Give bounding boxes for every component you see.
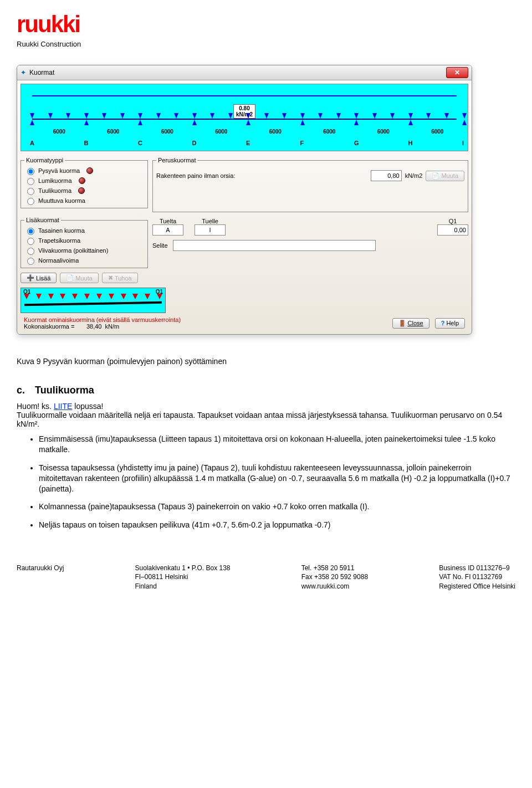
paino-change-button[interactable]: 📄 Muuta: [426, 171, 464, 181]
bullet-icon: [86, 167, 93, 174]
radio-tuuli[interactable]: [27, 188, 34, 195]
label-viiva: Viivakuorma (poikittainen): [38, 247, 108, 254]
q1-label: Q1: [449, 218, 457, 224]
label-tuuli: Tuulikuorma: [38, 187, 71, 194]
radio-normaali[interactable]: [27, 258, 34, 265]
footer-col2: Suolakivenkatu 1 • P.O. Box 138FI–00811 …: [135, 564, 230, 591]
company-sub: Ruukki Construction: [17, 40, 515, 48]
label-trapetsi: Trapetsikuorma: [38, 237, 80, 244]
muuta-button[interactable]: 📄 Muuta: [60, 273, 99, 283]
paino-input[interactable]: [371, 170, 402, 181]
bullet-3: Kolmannessa (paine)tapauksessa (Tapaus 3…: [39, 502, 515, 512]
label-pysyva: Pysyvä kuorma: [38, 167, 80, 174]
bullet-4: Neljäs tapaus on toisen tapauksen peilik…: [39, 520, 515, 530]
page-footer: Rautaruukki Oyj Suolakivenkatu 1 • P.O. …: [17, 564, 515, 591]
dialog-icon: ✦: [21, 69, 26, 76]
section-heading: c. Tuulikuorma: [17, 385, 515, 396]
kuormatyyppi-legend: Kuormatyyppi: [24, 157, 65, 163]
label-lumi: Lumikuorma: [38, 177, 72, 184]
total-label: Kokonaiskuorma =: [24, 323, 74, 330]
lisakuormat-legend: Lisäkuormat: [24, 217, 61, 223]
load-value-label: 0.80kN/m2: [233, 104, 255, 119]
radio-tasainen[interactable]: [27, 228, 34, 235]
lisaa-button[interactable]: ➕ Lisää: [21, 273, 57, 283]
q1-input[interactable]: [437, 224, 468, 236]
total-unit: kN/m: [105, 323, 120, 330]
tuhoa-button[interactable]: ✖ Tuhoa: [102, 273, 138, 283]
logo: ruukki: [17, 11, 515, 38]
selite-input[interactable]: [173, 240, 376, 251]
footer-col4: Business ID 0113276–9VAT No. FI 01132769…: [439, 564, 515, 591]
intro-para: Huom! ks. LIITE lopussa! Tuulikuormalle …: [17, 402, 515, 428]
radio-pysyva[interactable]: [27, 168, 34, 175]
peruskuormat-group: Peruskuormat Rakenteen paino ilman orsia…: [152, 157, 468, 212]
liite-link[interactable]: LIITE: [54, 402, 72, 411]
radio-muuttuva[interactable]: [27, 198, 34, 205]
close-icon[interactable]: ✕: [446, 67, 468, 78]
kuormat-note: Kuormat ominaiskuormina (eivät sisällä v…: [24, 316, 181, 323]
tuelta-input[interactable]: [152, 224, 183, 236]
radio-viiva[interactable]: [27, 248, 34, 255]
label-normaali: Normaalivoima: [38, 257, 79, 264]
dialog-title: Kuormat: [29, 69, 54, 76]
lisakuormat-group: Lisäkuormat Tasainen kuorma Trapetsikuor…: [21, 217, 148, 268]
radio-trapetsi[interactable]: [27, 238, 34, 245]
load-diagram: 0.80kN/m2 // placeholder - arrows/labels…: [21, 84, 468, 151]
bullet-icon: [79, 177, 85, 184]
tuelle-input[interactable]: [195, 224, 226, 236]
figure-caption: Kuva 9 Pysyvän kuorman (poimulevyjen pai…: [17, 357, 515, 366]
bullet-2: Toisessa tapauksessa (yhdistetty imu ja …: [39, 463, 515, 494]
bullet-1: Ensimmäisessä (imu)tapauksessa (Liitteen…: [39, 434, 515, 455]
footer-col1: Rautaruukki Oyj: [17, 564, 64, 591]
tuelta-label: Tuelta: [160, 218, 176, 224]
close-button[interactable]: 🚪 Close: [392, 318, 429, 329]
total-value: 38,40: [76, 323, 101, 330]
bullet-icon: [78, 187, 85, 194]
peruskuormat-legend: Peruskuormat: [156, 157, 197, 163]
label-muuttuva: Muuttuva kuorma: [38, 197, 85, 204]
bullet-list: Ensimmäisessä (imu)tapauksessa (Liitteen…: [17, 434, 515, 530]
titlebar: ✦ Kuormat ✕: [17, 65, 472, 80]
kuormatyyppi-group: Kuormatyyppi Pysyvä kuorma Lumikuorma Tu…: [21, 157, 148, 208]
paino-unit: kN/m2: [405, 172, 423, 179]
kuormat-dialog: ✦ Kuormat ✕ 0.80kN/m2 // placeholder - a…: [17, 65, 472, 335]
label-tasainen: Tasainen kuorma: [38, 227, 85, 234]
preview-diagram: Q1 Q1: [21, 288, 166, 313]
radio-lumi[interactable]: [27, 178, 34, 185]
help-button[interactable]: ? Help: [435, 318, 465, 329]
paino-label: Rakenteen paino ilman orsia:: [156, 172, 367, 179]
tuelle-label: Tuelle: [202, 218, 218, 224]
selite-label: Selite: [152, 242, 168, 249]
footer-col3: Tel. +358 20 5911Fax +358 20 592 9088www…: [301, 564, 368, 591]
